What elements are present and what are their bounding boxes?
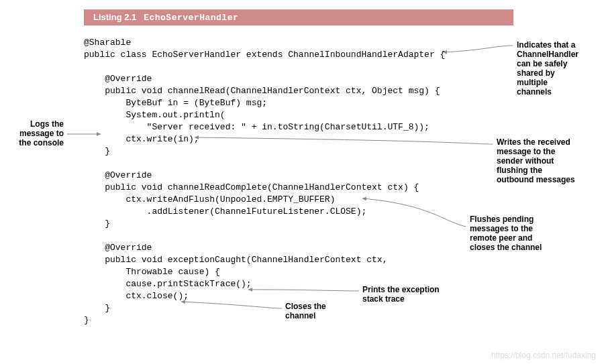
code-line: ctx.close(); (84, 291, 189, 301)
code-line: @Override (84, 170, 152, 180)
annotation-write: Writes the receivedmessage to thesender … (497, 137, 591, 184)
code-line: public class EchoServerHandler extends C… (84, 50, 445, 60)
listing-header: Listing 2.1 EchoServerHandler (84, 9, 513, 25)
watermark: https://blog.csdn.net/fudaxing (491, 351, 596, 360)
code-line: public void channelReadComplete(ChannelH… (84, 182, 419, 192)
code-block: @Sharable public class EchoServerHandler… (84, 37, 445, 326)
annotation-flush: Flushes pendingmessages to theremote pee… (470, 215, 564, 252)
code-line: public void exceptionCaught(ChannelHandl… (84, 255, 387, 265)
code-line: Throwable cause) { (84, 267, 220, 277)
code-line: ctx.writeAndFlush(Unpooled.EMPTY_BUFFER) (84, 194, 335, 204)
code-line: .addListener(ChannelFutureListener.CLOSE… (84, 206, 366, 217)
code-line: @Sharable (84, 38, 131, 48)
code-line: ctx.write(in); (84, 134, 199, 144)
code-line: cause.printStackTrace(); (84, 279, 252, 289)
code-line: public void channelRead(ChannelHandlerCo… (84, 86, 440, 96)
code-line: } (84, 146, 110, 156)
listing-number: Listing 2.1 (93, 12, 136, 22)
code-line: } (84, 303, 110, 313)
code-line: } (84, 315, 89, 325)
annotation-stack: Prints the exceptionstack trace (362, 285, 456, 304)
annotation-logs: Logs themessage tothe console (13, 119, 64, 147)
code-line: } (84, 219, 110, 229)
listing-title: EchoServerHandler (144, 13, 238, 23)
code-line: @Override (84, 74, 152, 84)
code-line: @Override (84, 243, 152, 253)
code-line: ByteBuf in = (ByteBuf) msg; (84, 98, 267, 108)
annotation-close: Closes thechannel (285, 302, 339, 320)
code-line: System.out.println( (84, 110, 225, 120)
annotation-sharable: Indicates that aChannelHandlercan be saf… (517, 40, 591, 97)
code-line: "Server received: " + in.toString(Charse… (84, 122, 430, 132)
